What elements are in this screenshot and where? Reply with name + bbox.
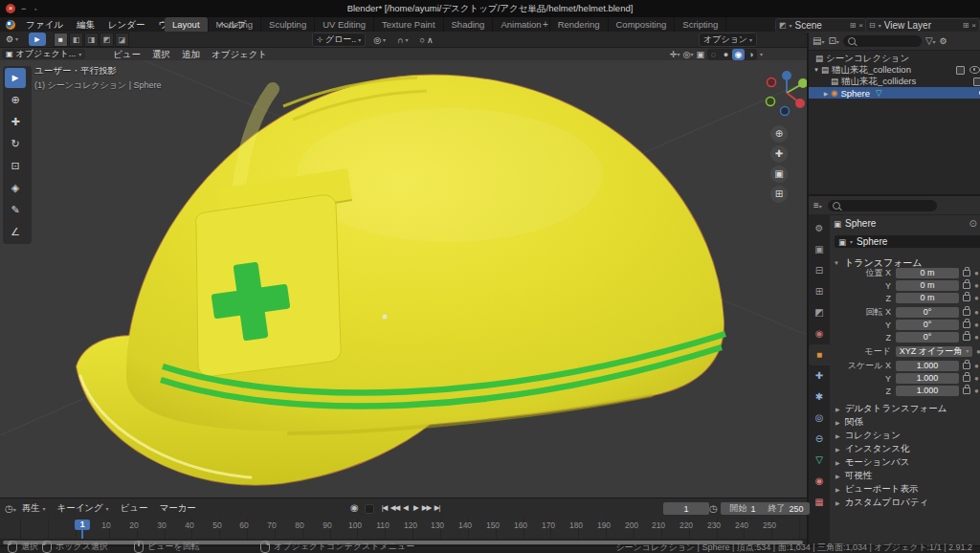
play[interactable]: ▶: [411, 502, 421, 514]
measure[interactable]: ∠: [5, 222, 26, 242]
blender-logo-icon[interactable]: [6, 20, 15, 30]
select-mode-button[interactable]: ◩: [100, 33, 114, 47]
panel-section-header[interactable]: ▶ インスタンス化: [830, 442, 980, 455]
value-field[interactable]: 1.000: [896, 361, 959, 371]
lock-icon[interactable]: [963, 321, 970, 328]
outliner-filter-icon[interactable]: ▽▾: [925, 35, 936, 46]
gizmo-dropdown[interactable]: ✛▾: [670, 50, 680, 59]
options-dropdown[interactable]: オプション▾: [699, 33, 757, 47]
value-field[interactable]: 0°: [896, 307, 959, 318]
use-preview-range-icon[interactable]: ◷: [709, 503, 718, 514]
outliner-search-input[interactable]: [843, 35, 922, 47]
play-reverse[interactable]: ◀: [400, 502, 411, 514]
outliner-options-icon[interactable]: ⚙: [940, 36, 947, 46]
workspace-tab[interactable]: Compositing: [609, 17, 676, 32]
gizmo-neg-x-axis[interactable]: [768, 78, 776, 87]
value-field[interactable]: 0 m: [896, 268, 959, 278]
value-field[interactable]: 0°: [896, 320, 959, 330]
properties-tab-physics[interactable]: ◎: [809, 408, 830, 429]
timeline-ruler[interactable]: 1020304050607080901001101201301401501601…: [0, 519, 807, 539]
playhead[interactable]: 1: [75, 520, 90, 530]
gizmo-x-axis[interactable]: [795, 99, 805, 108]
shading-options-caret[interactable]: ▾: [760, 51, 763, 57]
remove-view-layer-icon[interactable]: ×: [971, 21, 976, 30]
value-field[interactable]: 1.000: [896, 373, 959, 384]
panel-section-header[interactable]: ▶ デルタトランスフォーム: [830, 402, 980, 415]
outliner-display-mode-icon[interactable]: ⊡▾: [828, 35, 838, 46]
pan[interactable]: ✚: [770, 145, 788, 163]
properties-tab-texture[interactable]: ▦: [809, 492, 830, 513]
move[interactable]: ✚: [5, 112, 26, 132]
workspace-tab[interactable]: Sculpting: [261, 17, 315, 32]
panel-section-header[interactable]: ▶ ビューポート表示: [830, 482, 980, 496]
mode-dropdown[interactable]: ▣ オブジェクト... ▾: [2, 49, 85, 59]
exclude-checkbox[interactable]: [956, 66, 965, 75]
animate-dot-icon[interactable]: ●: [976, 347, 980, 356]
select-box[interactable]: ►: [5, 68, 26, 88]
panel-section-header[interactable]: ▶ モーションパス: [830, 455, 980, 469]
view-layer-selector[interactable]: ⊟▾ View Layer ⊞ ×: [865, 18, 980, 33]
workspace-tab[interactable]: Modeling: [209, 17, 262, 32]
panel-section-header[interactable]: ▶ カスタムプロパティ: [830, 496, 980, 509]
value-field[interactable]: 1.000: [896, 386, 959, 396]
lock-icon[interactable]: [963, 375, 970, 382]
visibility-eye-icon[interactable]: [969, 66, 980, 74]
rotation-mode-dropdown[interactable]: XYZ オイラー角 ▾: [896, 346, 972, 357]
workspace-tab[interactable]: Shading: [444, 17, 494, 32]
lock-icon[interactable]: [963, 309, 970, 316]
select-mode-button[interactable]: ◧: [69, 33, 83, 47]
panel-section-header[interactable]: ▶ 可視性: [830, 469, 980, 482]
exclude-checkbox[interactable]: [973, 77, 980, 86]
lock-icon[interactable]: [963, 270, 970, 276]
new-scene-icon[interactable]: ⊞: [850, 21, 857, 30]
properties-tab-view-layer[interactable]: ⊞: [809, 281, 830, 302]
workspace-tab[interactable]: Scripting: [675, 17, 726, 32]
snap-toggle[interactable]: ∩▾: [393, 33, 412, 46]
select-mode-button[interactable]: ◨: [84, 33, 99, 47]
scale[interactable]: ⊡: [5, 156, 26, 176]
lock-icon[interactable]: [963, 363, 970, 369]
shading-wireframe[interactable]: ◌: [707, 49, 720, 60]
navigation-gizmo[interactable]: [767, 71, 808, 116]
outliner-row-scene-collection[interactable]: ▤ シーンコレクション: [809, 53, 980, 64]
outliner-row-sphere[interactable]: ▶ ◉ Sphere ▽: [809, 87, 980, 99]
value-field[interactable]: 0°: [896, 332, 959, 343]
xray-toggle[interactable]: ▣: [696, 50, 704, 59]
gizmo-neg-y-axis[interactable]: [767, 98, 775, 106]
panel-section-header[interactable]: ▶ 関係: [830, 415, 980, 429]
animate-dot-icon[interactable]: ●: [974, 269, 979, 277]
panel-section-header[interactable]: ▶ コレクション: [830, 429, 980, 442]
animate-dot-icon[interactable]: ●: [974, 362, 979, 370]
zoom[interactable]: ⊕: [770, 125, 788, 143]
orthographic-toggle[interactable]: ⊞: [770, 186, 788, 203]
workspace-tab[interactable]: Rendering: [550, 17, 609, 32]
properties-tab-world[interactable]: ◉: [809, 323, 830, 344]
animate-dot-icon[interactable]: ●: [974, 294, 979, 302]
scene-selector[interactable]: ◩▾ Scene ⊞ ×: [775, 18, 867, 33]
properties-tab-material[interactable]: ◉: [809, 471, 830, 492]
properties-tab-scene[interactable]: ◩: [809, 302, 830, 323]
expand-caret-icon[interactable]: ▶: [822, 90, 830, 97]
animate-dot-icon[interactable]: ●: [974, 374, 979, 383]
workspace-tab[interactable]: Texture Paint: [374, 17, 443, 32]
unlink-scene-icon[interactable]: ×: [858, 21, 863, 30]
expand-caret-icon[interactable]: ▼: [813, 67, 820, 73]
animate-dot-icon[interactable]: ●: [974, 321, 979, 329]
outliner-row-colliders[interactable]: ▤ 猫山来花_colliders: [809, 76, 980, 87]
shading-material[interactable]: ◉: [732, 49, 745, 60]
gizmo-z-axis[interactable]: [782, 71, 791, 80]
frame-start-field[interactable]: 開始 1: [721, 502, 765, 515]
shading-solid[interactable]: ●: [720, 49, 732, 60]
select-mode-button[interactable]: ■: [54, 33, 68, 47]
keying-set-box[interactable]: [365, 504, 374, 514]
properties-tab-constraints[interactable]: ⊖: [809, 429, 830, 450]
timeline-editor-icon[interactable]: ◷▾: [5, 503, 16, 514]
gizmo-neg-z-axis[interactable]: [781, 107, 790, 116]
properties-tab-tool[interactable]: ⚙: [809, 218, 830, 239]
transform[interactable]: ◈: [5, 178, 26, 198]
value-field[interactable]: 0 m: [896, 280, 959, 291]
cursor[interactable]: ⊕: [5, 90, 26, 110]
prev-keyframe[interactable]: ◀◀: [390, 502, 400, 514]
jump-to-start[interactable]: |◀: [379, 502, 390, 514]
properties-search-input[interactable]: [828, 200, 937, 211]
